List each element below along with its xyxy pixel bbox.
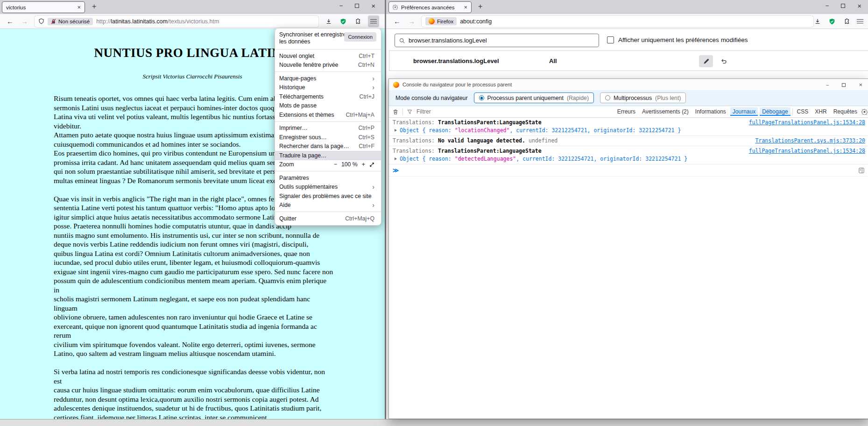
radio-unselected-icon — [605, 95, 610, 100]
extensions-puzzle-icon[interactable] — [842, 17, 851, 26]
downloads-icon[interactable] — [813, 17, 822, 26]
console-prompt: ≫ — [393, 167, 399, 174]
menu-item-help[interactable]: Aide› — [275, 201, 381, 210]
tab-victorius[interactable]: victorius × — [2, 1, 85, 13]
filter-requests[interactable]: Requêtes — [831, 107, 860, 116]
adblock-shield-icon[interactable] — [339, 17, 347, 26]
tab-close-icon[interactable]: × — [464, 4, 467, 11]
zoom-out-button[interactable]: − — [334, 161, 337, 168]
filter-logs[interactable]: Journaux — [730, 107, 758, 116]
console-title-bar[interactable]: Console du navigateur pour le processus … — [389, 79, 868, 90]
log-source-link[interactable]: TranslationsParent.sys.mjs:3733:20 — [746, 137, 865, 144]
menu-item-find-in-page[interactable]: Rechercher dans la page…Ctrl+F — [275, 142, 381, 151]
pref-value[interactable]: All — [549, 57, 557, 64]
close-window-button[interactable]: × — [371, 2, 375, 10]
filter-warnings[interactable]: Avertissements (2) — [640, 107, 691, 116]
expand-triangle-icon[interactable] — [395, 129, 397, 132]
navigation-toolbar: ← → Firefox about:config — [386, 14, 868, 29]
forward-button[interactable]: → — [408, 17, 415, 25]
zoom-level[interactable]: 100 % — [341, 161, 358, 168]
menu-hamburger-icon[interactable] — [857, 18, 863, 25]
toolbar-separator — [402, 108, 403, 115]
new-tab-button[interactable]: + — [92, 2, 96, 11]
menu-item-more-tools[interactable]: Outils supplémentaires› — [275, 183, 381, 192]
maximize-button[interactable] — [842, 83, 846, 87]
minimize-button[interactable]: − — [826, 82, 829, 88]
back-button[interactable]: ← — [394, 17, 401, 25]
fullscreen-icon[interactable] — [369, 162, 374, 167]
menu-item-history[interactable]: Historique› — [275, 83, 381, 92]
menu-separator — [275, 212, 381, 212]
object-preview[interactable]: Object { reason: "locationChanged", curr… — [395, 127, 865, 134]
pref-reset-button[interactable] — [717, 55, 731, 67]
latin-paragraph-3: Si verba latina ad nostri temporis res c… — [54, 367, 334, 419]
close-window-button[interactable]: × — [859, 81, 862, 88]
submenu-chevron-icon: › — [372, 75, 374, 82]
menu-item-sync[interactable]: Synchroniser et enregistrer les données … — [275, 30, 381, 47]
expand-triangle-icon[interactable] — [395, 157, 397, 160]
minimize-button[interactable]: − — [826, 2, 829, 9]
tab-title: Préférences avancées — [401, 5, 454, 10]
extensions-puzzle-icon[interactable] — [353, 17, 362, 26]
tab-close-icon[interactable]: × — [77, 4, 81, 11]
log-source-link[interactable]: fullPageTranslationsPanel.js:1534:28 — [740, 119, 865, 126]
filter-errors[interactable]: Erreurs — [615, 107, 638, 116]
filter-info[interactable]: Informations — [693, 107, 728, 116]
filter-xhr[interactable]: XHR — [812, 107, 829, 116]
toolbar-separator — [792, 108, 793, 115]
tab-preferences[interactable]: Préférences avancées × — [388, 1, 472, 13]
maximize-button[interactable] — [355, 4, 359, 8]
menu-item-passwords[interactable]: Mots de passe — [275, 101, 381, 111]
close-window-button[interactable]: × — [857, 2, 861, 10]
maximize-button[interactable] — [841, 4, 845, 8]
new-tab-button[interactable]: + — [478, 2, 482, 11]
multiline-editor-icon[interactable] — [859, 168, 864, 173]
console-mode-label: Mode console du navigateur — [395, 95, 468, 101]
console-input-row[interactable]: ≫ — [389, 164, 868, 177]
menu-item-save-as[interactable]: Enregistrer sous…Ctrl+S — [275, 133, 381, 142]
clear-console-trash-icon[interactable] — [393, 109, 398, 115]
show-modified-label: Afficher uniquement les préférences modi… — [618, 36, 748, 43]
radio-parent-process[interactable]: Processus parent uniquement (Rapide) — [474, 92, 594, 103]
url-bar[interactable]: Firefox about:config — [422, 16, 813, 27]
menu-item-addons[interactable]: Extensions et thèmesCtrl+Maj+A — [275, 110, 381, 120]
filter-input[interactable]: Filtrer — [416, 108, 431, 115]
filter-css[interactable]: CSS — [795, 107, 811, 116]
forward-button[interactable]: → — [21, 17, 28, 25]
config-search-input[interactable]: browser.translations.logLevel — [395, 34, 599, 47]
pref-edit-button[interactable] — [699, 55, 713, 67]
radio-multiprocess[interactable]: Multiprocessus (Plus lent) — [600, 92, 686, 103]
url-bar[interactable]: Non sécurisé http://latinitas.latinitati… — [35, 16, 318, 27]
log-row[interactable]: Translations:No valid language detected.… — [389, 136, 868, 146]
sign-in-button[interactable]: Connexion — [344, 32, 376, 42]
minimize-button[interactable]: − — [339, 2, 343, 9]
log-row[interactable]: Translations:TranslationsParent:Language… — [389, 118, 868, 136]
adblock-shield-icon[interactable] — [828, 17, 836, 26]
firefox-identity-chip: Firefox — [425, 17, 457, 25]
menu-item-settings[interactable]: Paramètres — [275, 173, 381, 183]
menu-item-new-tab[interactable]: Nouvel ongletCtrl+T — [275, 51, 381, 61]
security-chip[interactable]: Non sécurisé — [48, 18, 93, 25]
filter-debug[interactable]: Débogage — [760, 107, 790, 116]
show-modified-checkbox[interactable] — [607, 36, 614, 43]
back-button[interactable]: ← — [7, 17, 14, 25]
browser-console-window: Console du navigateur pour le processus … — [388, 78, 868, 419]
menu-item-translate-page[interactable]: Traduire la page… — [275, 151, 381, 160]
log-source-link[interactable]: fullPageTranslationsPanel.js:1534:28 — [740, 148, 865, 154]
console-filter-bar: Filtrer Erreurs Avertissements (2) Infor… — [389, 106, 868, 118]
downloads-icon[interactable] — [325, 17, 333, 26]
menu-item-quit[interactable]: QuitterCtrl+Maj+Q — [275, 214, 381, 223]
object-preview[interactable]: Object { reason: "detectedLanguages", cu… — [395, 156, 865, 162]
log-row[interactable]: Translations:TranslationsParent:Language… — [389, 146, 868, 164]
zoom-in-button[interactable]: + — [362, 161, 365, 168]
menu-item-bookmarks[interactable]: Marque-pages› — [275, 74, 381, 83]
console-settings-gear-icon[interactable] — [861, 109, 868, 115]
menu-hamburger-icon[interactable] — [368, 15, 379, 27]
menu-item-report-site-issue[interactable]: Signaler des problèmes avec ce site — [275, 192, 381, 201]
menu-item-downloads[interactable]: TéléchargementsCtrl+J — [275, 92, 381, 101]
console-title: Console du navigateur pour le processus … — [402, 82, 512, 87]
menu-item-print[interactable]: Imprimer…Ctrl+P — [275, 124, 381, 133]
shield-icon[interactable] — [38, 18, 44, 24]
menu-item-new-private-window[interactable]: Nouvelle fenêtre privéeCtrl+N — [275, 61, 381, 70]
pref-name: browser.translations.logLevel — [413, 57, 499, 64]
